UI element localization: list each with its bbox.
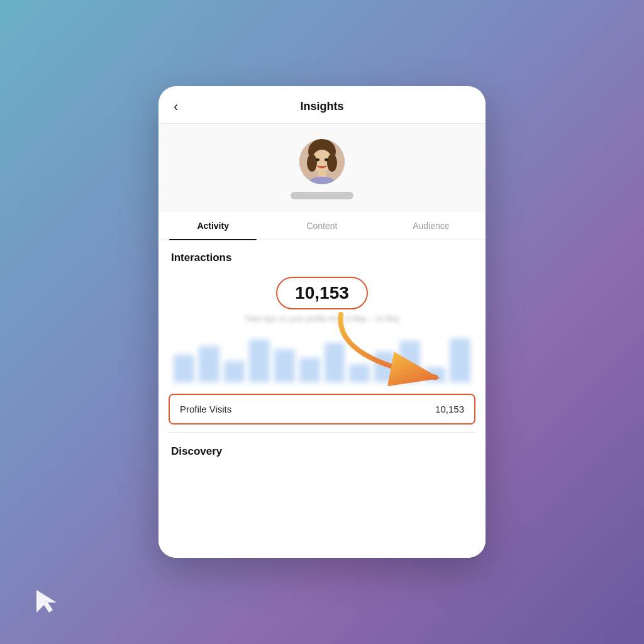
chart-bar <box>399 341 420 382</box>
interactions-area: 10,153 Total taps on your profile from 8… <box>158 270 486 389</box>
back-button[interactable]: ‹ <box>174 99 178 115</box>
chart-bar <box>249 340 270 382</box>
tab-activity[interactable]: Activity <box>158 212 267 240</box>
profile-visits-value: 10,153 <box>435 404 464 414</box>
chart-bar <box>274 349 295 382</box>
interactions-section-header: Interactions <box>158 240 486 270</box>
phone-card: ‹ Insights <box>158 86 486 558</box>
chart-bar <box>349 364 370 382</box>
tab-audience[interactable]: Audience <box>377 212 486 240</box>
tabs-container: Activity Content Audience <box>158 212 486 240</box>
interactions-subtext: Total taps on your profile from 8 May – … <box>245 314 400 323</box>
chart-bar <box>299 358 320 382</box>
chart-bar <box>450 338 470 382</box>
tab-content[interactable]: Content <box>267 212 376 240</box>
header: ‹ Insights <box>158 86 486 124</box>
username-bar <box>291 192 353 199</box>
big-number-wrapper: 10,153 <box>276 277 368 309</box>
chart-bar <box>325 343 345 382</box>
profile-visits-label: Profile Visits <box>180 404 231 414</box>
chart-area <box>171 332 473 382</box>
svg-rect-7 <box>318 171 326 177</box>
brand-logo <box>30 585 63 620</box>
chart-bar <box>199 346 219 382</box>
profile-visits-row: Profile Visits 10,153 <box>169 394 475 425</box>
svg-point-3 <box>307 154 317 172</box>
profile-visits-section: Profile Visits 10,153 <box>158 394 486 425</box>
svg-point-5 <box>316 158 319 162</box>
chart-bar <box>374 352 395 382</box>
content-area: Interactions 10,153 Total taps on your p… <box>158 240 486 558</box>
svg-point-6 <box>325 158 328 162</box>
section-divider <box>169 432 475 433</box>
interactions-count: 10,153 <box>295 283 349 303</box>
chart-bar <box>174 355 194 382</box>
avatar <box>299 139 345 184</box>
big-number-oval: 10,153 <box>276 277 368 309</box>
chart-bar <box>224 361 245 382</box>
discovery-section-header: Discovery <box>158 440 486 464</box>
profile-section <box>158 124 486 212</box>
svg-point-4 <box>327 154 337 172</box>
page-title: Insights <box>300 100 343 113</box>
chart-bar <box>425 367 445 382</box>
